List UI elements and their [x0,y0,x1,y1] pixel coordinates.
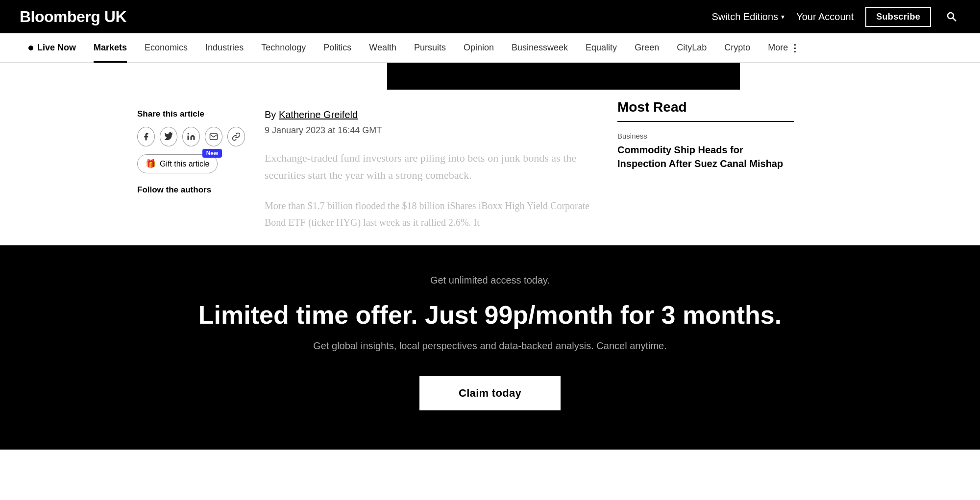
nav-item-green[interactable]: Green [626,33,668,63]
share-linkedin[interactable] [182,127,200,146]
hero-image [387,63,740,90]
nav-item-pursuits[interactable]: Pursuits [405,33,455,63]
article-date: 9 January 2023 at 16:44 GMT [265,125,598,136]
svg-point-0 [948,13,954,19]
share-label: Share this article [137,109,245,119]
svg-point-2 [188,133,189,135]
left-sidebar: Share this article [137,90,245,245]
gift-icon: 🎁 [146,159,156,169]
share-link[interactable] [227,127,245,146]
follow-authors-label: Follow the authors [137,185,245,195]
nav-item-citylab[interactable]: CityLab [668,33,715,63]
paywall-headline: Limited time offer. Just 99p/month for 3… [10,300,970,330]
switch-editions[interactable]: Switch Editions ▾ [712,11,785,23]
right-sidebar: Most Read Business Commodity Ship Heads … [617,90,794,245]
author-link[interactable]: Katherine Greifeld [279,109,358,120]
nav-item-opinion[interactable]: Opinion [455,33,503,63]
subscribe-button[interactable]: Subscribe [865,7,931,27]
most-read-item-category: Business [617,132,794,140]
most-read-section: Most Read Business Commodity Ship Heads … [617,99,794,170]
paywall-overlay: Get unlimited access today. Limited time… [0,245,980,449]
nav-item-markets[interactable]: Markets [85,33,136,63]
link-icon [232,132,241,141]
search-button[interactable] [943,8,960,25]
paywall-teaser: Get unlimited access today. [10,275,970,286]
article-lead: Exchange-traded fund investors are pilin… [265,149,598,184]
nav-item-crypto[interactable]: Crypto [715,33,759,63]
nav-item-technology[interactable]: Technology [252,33,315,63]
nav-item-industries[interactable]: Industries [196,33,252,63]
more-dots-icon: ⋮ [790,42,800,54]
article-author: By Katherine Greifeld [265,109,598,120]
claim-button[interactable]: Claim today [419,376,561,410]
share-email[interactable] [205,127,222,146]
page-body: Share this article [118,90,862,245]
your-account[interactable]: Your Account [796,11,854,23]
search-icon [946,11,957,23]
nav-item-more[interactable]: More ⋮ [759,33,808,63]
linkedin-icon [187,132,196,141]
article-paragraph: More than $1.7 billion flooded the $18 b… [265,197,598,231]
nav-item-businessweek[interactable]: Businessweek [503,33,577,63]
facebook-icon [142,132,150,141]
paywall-subtext: Get global insights, local perspectives … [10,340,970,352]
live-dot [28,46,33,50]
nav-item-economics[interactable]: Economics [136,33,196,63]
email-icon [209,132,218,141]
nav-item-equality[interactable]: Equality [577,33,626,63]
share-facebook[interactable] [137,127,155,146]
nav-bar: Live Now Markets Economics Industries Te… [0,33,980,63]
share-twitter[interactable] [160,127,177,146]
new-badge: New [202,149,222,158]
twitter-icon [164,132,173,141]
article-meta: By Katherine Greifeld 9 January 2023 at … [265,90,598,245]
nav-item-live-now[interactable]: Live Now [20,33,85,63]
nav-item-wealth[interactable]: Wealth [360,33,405,63]
gift-button[interactable]: 🎁 Gift this article New [137,154,218,173]
nav-item-politics[interactable]: Politics [315,33,360,63]
svg-line-1 [953,18,956,22]
most-read-title: Most Read [617,99,794,115]
logo[interactable]: Bloomberg UK [20,8,126,26]
article-body: By Katherine Greifeld 9 January 2023 at … [245,90,617,245]
top-right-controls: Switch Editions ▾ Your Account Subscribe [712,7,961,27]
share-icons [137,127,245,146]
most-read-divider [617,121,794,122]
switch-editions-caret: ▾ [781,13,784,21]
top-bar: Bloomberg UK Switch Editions ▾ Your Acco… [0,0,980,33]
most-read-item-headline[interactable]: Commodity Ship Heads for Inspection Afte… [617,143,794,170]
